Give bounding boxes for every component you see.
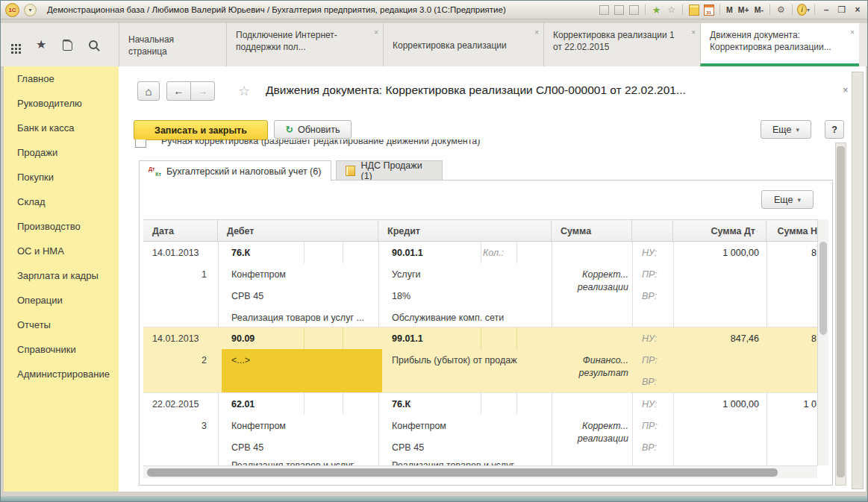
cell-date: 14.01.2013 xyxy=(152,248,199,258)
save-close-button[interactable]: Записать и закрыть xyxy=(134,120,268,140)
column-header-sum[interactable]: Сумма xyxy=(552,220,632,242)
table-row-selected[interactable]: 14.01.2013 2 90.09 <...> 99.01.1 Прибыль… xyxy=(143,327,817,393)
memory-minus-button[interactable]: M- xyxy=(753,5,765,14)
vertical-scrollbar-thumb[interactable] xyxy=(819,242,827,335)
outer-scrollbar[interactable] xyxy=(852,72,864,489)
sidebar-item-manager[interactable]: Руководителю xyxy=(4,91,119,116)
sidebar-item-payroll[interactable]: Зарплата и кадры xyxy=(4,263,119,288)
column-divider xyxy=(516,327,517,349)
table-vertical-scrollbar[interactable] xyxy=(817,219,828,465)
minimize-button[interactable]: – xyxy=(819,4,833,15)
sidebar-item-fixed-assets[interactable]: ОС и НМА xyxy=(4,239,119,263)
cell-quantity-label: Кол.: xyxy=(483,248,504,258)
table-row[interactable]: 14.01.2013 1 76.К Конфетпром СРВ 45 Реал… xyxy=(143,242,817,327)
tab-adjustment-1[interactable]: Корректировка реализации × xyxy=(383,23,543,66)
cell-debit-account: 90.09 xyxy=(231,333,255,344)
tab-home-page[interactable]: Начальная страница xyxy=(119,23,226,66)
window-menu-arrow-icon[interactable]: ▾ xyxy=(24,4,37,16)
column-header-credit[interactable]: Кредит xyxy=(378,220,552,242)
back-button[interactable]: ← xyxy=(166,81,191,101)
tab-close-icon[interactable]: × xyxy=(374,28,378,38)
app-logo-icon[interactable]: 1С xyxy=(5,3,19,17)
cell-sum-kt: 8 xyxy=(772,333,817,344)
toolbar-separator xyxy=(682,4,683,15)
memory-plus-button[interactable]: M+ xyxy=(737,5,751,14)
page-close-icon[interactable]: × xyxy=(843,84,849,95)
forward-button[interactable]: → xyxy=(190,81,215,101)
memory-button[interactable]: M xyxy=(725,5,734,14)
favorites-icon[interactable]: ☆ xyxy=(665,4,678,16)
favorite-star-icon[interactable]: ☆ xyxy=(238,83,250,99)
add-favorite-icon[interactable]: ★ xyxy=(650,4,663,16)
cell-nu-label: НУ: xyxy=(642,248,657,258)
sidebar-item-main[interactable]: Главное xyxy=(4,66,119,91)
print-icon[interactable] xyxy=(613,4,625,16)
cell-nu-label: НУ: xyxy=(642,333,657,344)
favorites-star-icon[interactable]: ★ xyxy=(36,39,46,51)
tab-close-icon[interactable]: × xyxy=(691,28,696,38)
cell-pr-label: ПР: xyxy=(642,269,658,280)
form-scrollbar-thumb[interactable] xyxy=(837,146,845,477)
tab-close-icon[interactable]: × xyxy=(850,28,855,38)
table-row[interactable]: 22.02.2015 3 62.01 Конфетпром СРВ 45 Реа… xyxy=(143,393,817,465)
column-header-sum-kt[interactable]: Сумма Н xyxy=(766,220,817,242)
column-divider xyxy=(343,393,343,415)
tab-close-icon[interactable]: × xyxy=(534,28,539,38)
save-icon[interactable] xyxy=(598,4,611,16)
form-scrollbar[interactable] xyxy=(835,142,846,486)
cell-sum-text: результат xyxy=(559,368,628,378)
sidebar-item-reports[interactable]: Отчеты xyxy=(4,313,119,337)
dtkt-icon: ДтКт xyxy=(149,166,161,178)
column-header-sum-dt[interactable]: Сумма Дт xyxy=(673,220,766,242)
sidebar-item-bank-cash[interactable]: Банк и касса xyxy=(4,116,119,140)
column-header-debit[interactable]: Дебет xyxy=(218,220,378,242)
cell-vr-label: ВР: xyxy=(642,291,657,301)
form-more-button[interactable]: Еще▾ xyxy=(761,120,811,139)
table-header: Дата Дебет Кредит Сумма Сумма Дт Сумма Н xyxy=(143,219,817,242)
sidebar-item-directories[interactable]: Справочники xyxy=(4,337,119,362)
cell-sum-text: реализации xyxy=(559,433,628,444)
sidebar-item-purchases[interactable]: Покупки xyxy=(4,165,119,189)
help-button[interactable]: ? xyxy=(825,120,844,139)
column-divider xyxy=(481,242,481,263)
cell-vr-label: ВР: xyxy=(642,377,657,387)
maximize-button[interactable]: ❒ xyxy=(835,4,849,15)
tools-icon[interactable]: ⚙ xyxy=(775,4,787,16)
calculator-icon[interactable] xyxy=(687,4,700,16)
table-more-button[interactable]: Еще▾ xyxy=(761,190,814,209)
manual-adjustment-checkbox[interactable] xyxy=(135,139,146,148)
horizontal-scrollbar-thumb[interactable] xyxy=(147,468,778,477)
print-preview-icon[interactable] xyxy=(628,4,640,16)
cell-sum-text: реализации xyxy=(559,282,628,292)
tab-document-movements[interactable]: Движения документа: Корректировка реализ… xyxy=(700,23,859,66)
active-cell[interactable]: <...> xyxy=(222,349,382,393)
cell-sum-text: Коррект... xyxy=(559,421,628,431)
cell-debit-account: 76.К xyxy=(231,248,250,258)
window-title: Демонстрационная база / Любимов Валерий … xyxy=(47,5,506,14)
toolbar-separator xyxy=(719,4,720,15)
doc-tab-vat-sales[interactable]: НДС Продажи (1) xyxy=(336,160,443,181)
tab-internet-support[interactable]: Подключение Интернет-поддержки пол... × xyxy=(226,23,383,66)
search-icon[interactable] xyxy=(89,40,98,49)
home-button[interactable]: ⌂ xyxy=(137,81,160,101)
refresh-button[interactable]: ↻ Обновить xyxy=(274,120,352,139)
info-icon[interactable]: i▾ xyxy=(797,4,810,16)
sidebar-item-sales[interactable]: Продажи xyxy=(4,140,119,165)
doc-tab-accounting[interactable]: ДтКт Бухгалтерский и налоговый учет (6) xyxy=(139,160,331,181)
sidebar-item-production[interactable]: Производство xyxy=(4,214,119,239)
sidebar-item-operations[interactable]: Операции xyxy=(4,288,119,313)
menu-grid-icon[interactable] xyxy=(11,44,13,46)
history-icon[interactable] xyxy=(63,40,72,51)
calendar-icon[interactable]: 31 xyxy=(702,4,715,16)
column-divider xyxy=(516,242,517,263)
close-window-button[interactable]: × xyxy=(851,4,864,15)
column-divider xyxy=(304,393,305,415)
sidebar-item-warehouse[interactable]: Склад xyxy=(4,189,119,214)
tab-adjustment-2[interactable]: Корректировка реализации 1 от 22.02.2015… xyxy=(543,23,700,66)
column-header-date[interactable]: Дата xyxy=(143,220,218,242)
table-horizontal-scrollbar[interactable] xyxy=(143,465,817,478)
sidebar-item-administration[interactable]: Администрирование xyxy=(4,362,119,386)
column-header-blank[interactable] xyxy=(632,220,673,242)
cell-debit-analytics: Реализация товаров и услуг ... xyxy=(231,460,364,465)
cell-sum-text: Финансо... xyxy=(559,355,628,365)
